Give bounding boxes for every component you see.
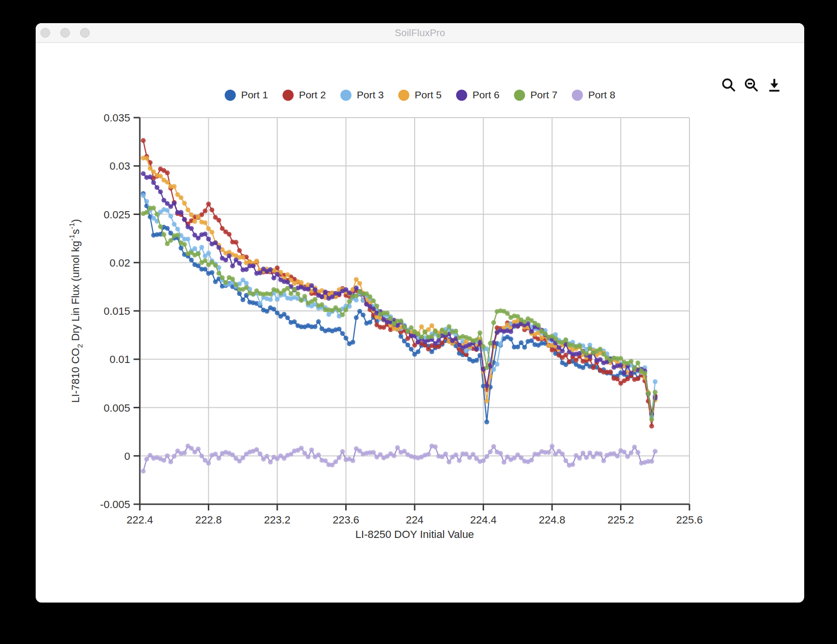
svg-text:0.015: 0.015 [104, 305, 130, 317]
svg-text:225.2: 225.2 [608, 514, 634, 526]
series-port-3[interactable] [141, 193, 658, 419]
legend-label: Port 7 [530, 89, 557, 101]
legend-label: Port 3 [357, 89, 384, 101]
series-port-7[interactable] [141, 206, 658, 422]
chart-toolbar [720, 77, 783, 94]
svg-text:225.6: 225.6 [676, 514, 702, 526]
svg-text:0.02: 0.02 [109, 257, 130, 269]
legend-dot-port-3 [340, 90, 351, 101]
series-port-1[interactable] [141, 191, 658, 425]
legend-item-port-5[interactable]: Port 5 [398, 89, 442, 101]
legend-label: Port 1 [241, 89, 268, 101]
series-port-6[interactable] [141, 171, 658, 416]
legend-dot-port-8 [572, 90, 583, 101]
close-button[interactable] [40, 28, 50, 38]
legend-item-port-7[interactable]: Port 7 [514, 89, 557, 101]
legend-item-port-6[interactable]: Port 6 [456, 89, 500, 101]
svg-text:0.01: 0.01 [109, 353, 130, 365]
zoom-in-icon[interactable] [720, 77, 738, 94]
legend-dot-port-5 [398, 90, 409, 101]
svg-text:224: 224 [406, 514, 424, 526]
axes [134, 118, 689, 510]
legend-item-port-8[interactable]: Port 8 [572, 89, 615, 101]
minimize-button[interactable] [60, 28, 70, 38]
svg-text:224.4: 224.4 [470, 514, 497, 526]
chart-panel: Port 1Port 2Port 3Port 5Port 6Port 7Port… [36, 43, 804, 603]
y-axis-title: LI-7810 CO2 Dry Lin Flux (umol kg-1s-1) [68, 219, 84, 402]
svg-text:0.025: 0.025 [104, 209, 130, 221]
series-port-8[interactable] [141, 443, 658, 473]
legend-item-port-1[interactable]: Port 1 [225, 89, 268, 101]
svg-text:0.03: 0.03 [109, 160, 130, 172]
svg-text:-0.005: -0.005 [100, 498, 130, 510]
legend-dot-port-1 [225, 90, 236, 101]
svg-text:223.6: 223.6 [333, 514, 359, 526]
x-axis-title: LI-8250 DOY Initial Value [355, 528, 474, 540]
zoom-out-icon[interactable] [743, 77, 760, 94]
legend-dot-port-2 [283, 90, 294, 101]
svg-text:224.8: 224.8 [539, 514, 565, 526]
svg-text:0: 0 [124, 450, 130, 462]
download-icon[interactable] [766, 77, 783, 94]
gridlines [140, 118, 689, 504]
x-tick-labels: 222.4222.8223.2223.6224224.4224.8225.222… [126, 514, 702, 526]
window-title: SoilFluxPro [36, 27, 804, 39]
svg-text:222.8: 222.8 [195, 514, 222, 526]
legend-dot-port-7 [514, 90, 525, 101]
legend-item-port-3[interactable]: Port 3 [340, 89, 384, 101]
chart-canvas[interactable]: 222.4222.8223.2223.6224224.4224.8225.222… [36, 43, 804, 603]
series-port-2[interactable] [141, 138, 658, 429]
svg-text:222.4: 222.4 [126, 514, 153, 526]
legend-dot-port-6 [456, 90, 467, 101]
zoom-window-button[interactable] [80, 28, 90, 38]
series-port-5[interactable] [141, 156, 658, 414]
traffic-lights [40, 28, 90, 38]
svg-text:223.2: 223.2 [264, 514, 290, 526]
svg-text:0.005: 0.005 [104, 402, 130, 414]
svg-text:0.035: 0.035 [104, 112, 130, 124]
title-bar: SoilFluxPro [36, 23, 804, 43]
y-tick-labels: -0.00500.0050.010.0150.020.0250.030.035 [100, 112, 130, 510]
legend-label: Port 6 [472, 89, 500, 101]
legend-item-port-2[interactable]: Port 2 [283, 89, 326, 101]
app-window: SoilFluxPro [36, 23, 804, 603]
chart-legend: Port 1Port 2Port 3Port 5Port 6Port 7Port… [36, 89, 804, 101]
legend-label: Port 5 [415, 89, 442, 101]
legend-label: Port 8 [588, 89, 615, 101]
legend-label: Port 2 [299, 89, 326, 101]
